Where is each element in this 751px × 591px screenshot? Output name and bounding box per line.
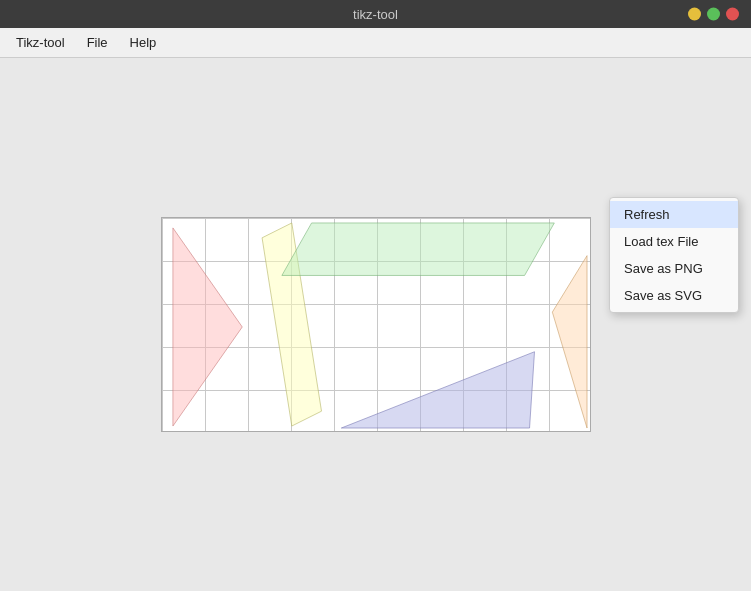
dropdown-item-refresh[interactable]: Refresh [610, 201, 738, 228]
shape-pink-triangle [172, 228, 241, 426]
menu-item-file[interactable]: File [77, 32, 118, 53]
traffic-light-yellow[interactable] [688, 8, 701, 21]
dropdown-menu: Refresh Load tex File Save as PNG Save a… [609, 197, 739, 313]
main-area: Refresh Load tex File Save as PNG Save a… [0, 58, 751, 591]
dropdown-item-save-svg[interactable]: Save as SVG [610, 282, 738, 309]
menu-item-tikztool[interactable]: Tikz-tool [6, 32, 75, 53]
shape-green-parallelogram [281, 223, 553, 276]
menu-bar: Tikz-tool File Help [0, 28, 751, 58]
dropdown-item-load[interactable]: Load tex File [610, 228, 738, 255]
shape-peach-triangle [552, 256, 587, 428]
dropdown-item-save-png[interactable]: Save as PNG [610, 255, 738, 282]
canvas-svg [162, 218, 590, 431]
traffic-lights [688, 8, 739, 21]
app-title: tikz-tool [353, 7, 398, 22]
canvas-area [161, 217, 591, 432]
traffic-light-red[interactable] [726, 8, 739, 21]
shape-blue-triangle [341, 352, 534, 428]
traffic-light-green[interactable] [707, 8, 720, 21]
menu-item-help[interactable]: Help [120, 32, 167, 53]
title-bar: tikz-tool [0, 0, 751, 28]
